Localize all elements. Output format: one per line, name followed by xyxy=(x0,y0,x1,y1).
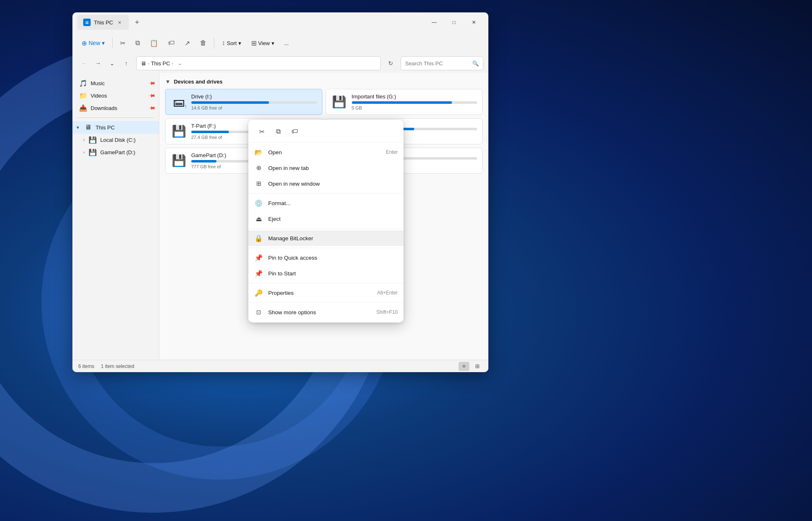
pc-icon: 🖥 xyxy=(141,60,146,67)
new-button[interactable]: ⊕ New ▾ xyxy=(77,37,109,50)
address-breadcrumb: 🖥 › This PC › xyxy=(141,60,173,67)
maximize-button[interactable]: □ xyxy=(444,16,464,29)
ctx-open-shortcut: Enter xyxy=(386,149,398,155)
sidebar-item-this-pc[interactable]: ▼ 🖥 This PC xyxy=(72,121,159,134)
address-input[interactable]: 🖥 › This PC › ⌄ xyxy=(136,56,381,70)
ctx-properties-label: Properties xyxy=(268,290,372,296)
more-button[interactable]: ... xyxy=(280,38,293,49)
tab-label: This PC xyxy=(94,19,113,26)
ctx-copy-button[interactable]: ⧉ xyxy=(271,125,286,138)
section-header: ▼ Devices and drives xyxy=(165,79,483,85)
share-button[interactable]: ↗ xyxy=(180,37,194,50)
this-pc-icon: 🖥 xyxy=(84,123,92,131)
drive-item-g[interactable]: 💾 Important files (G:) 5 GB xyxy=(326,89,483,115)
pin-icon-2: 📌 xyxy=(148,91,156,99)
search-box[interactable]: 🔍 xyxy=(401,56,483,70)
view-dropdown-arrow: ▾ xyxy=(271,40,274,46)
context-menu: ✂ ⧉ 🏷 📂 Open Enter ⊕ Open in new tab ⊞ O… xyxy=(248,120,404,323)
ctx-eject[interactable]: ⏏ Eject xyxy=(248,211,404,227)
ctx-open-win-label: Open in new window xyxy=(268,181,398,187)
context-toolbar: ✂ ⧉ 🏷 xyxy=(248,122,404,143)
ctx-bitlocker-icon: 🔒 xyxy=(254,234,263,243)
rename-icon: 🏷 xyxy=(168,39,175,47)
window-controls: — □ ✕ xyxy=(425,16,483,29)
sidebar-gamepart-label: GamePart (D:) xyxy=(100,149,135,155)
toolbar-sep-1 xyxy=(112,37,113,49)
status-view-toggles: ≡ ⊞ xyxy=(459,362,483,371)
item-count: 6 items xyxy=(78,363,94,369)
gamepart-icon: 💾 xyxy=(89,148,97,156)
list-view-button[interactable]: ≡ xyxy=(459,362,469,371)
ctx-more-options-shortcut: Shift+F10 xyxy=(376,309,398,315)
videos-icon: 📁 xyxy=(79,91,87,100)
ctx-properties[interactable]: 🔑 Properties Alt+Enter xyxy=(248,285,404,301)
copy-button[interactable]: ⧉ xyxy=(131,37,144,49)
ctx-open-win-icon: ⊞ xyxy=(254,179,263,188)
section-toggle[interactable]: ▼ xyxy=(165,79,171,85)
rename-button[interactable]: 🏷 xyxy=(164,37,179,49)
share-icon: ↗ xyxy=(185,39,190,47)
ctx-more-options-icon: ⊡ xyxy=(254,308,263,317)
drive-g-free: 5 GB xyxy=(352,105,478,110)
grid-view-button[interactable]: ⊞ xyxy=(472,362,483,371)
ctx-rename-button[interactable]: 🏷 xyxy=(287,125,302,138)
ctx-pin-start[interactable]: 📌 Pin to Start xyxy=(248,265,404,281)
sidebar-item-videos[interactable]: 📁 Videos 📌 xyxy=(72,89,159,102)
sidebar-item-gamepart-d[interactable]: › 💾 GamePart (D:) xyxy=(72,146,159,158)
drive-item-i[interactable]: 🖴 ↑ Drive (I:) 14.6 GB free of xyxy=(165,89,322,115)
ctx-show-more-options[interactable]: ⊡ Show more options Shift+F10 xyxy=(248,304,404,320)
new-tab-button[interactable]: + xyxy=(130,16,144,29)
minimize-button[interactable]: — xyxy=(425,16,444,29)
view-icon: ⊞ xyxy=(251,39,257,47)
back-button[interactable]: ← xyxy=(77,57,91,70)
sidebar-item-music[interactable]: 🎵 Music 📌 xyxy=(72,77,159,89)
new-dropdown-arrow: ▾ xyxy=(102,40,105,46)
ctx-manage-bitlocker[interactable]: 🔒 Manage BitLocker xyxy=(248,230,404,246)
drive-f-bar xyxy=(191,131,229,133)
sidebar-item-label: Videos xyxy=(91,93,107,99)
recent-locations-button[interactable]: ⌄ xyxy=(106,57,119,70)
expand-arrow-game: › xyxy=(83,150,84,155)
drive-d-icon-wrap: 💾 xyxy=(171,153,187,169)
ctx-cut-button[interactable]: ✂ xyxy=(254,125,269,138)
ctx-sep-1 xyxy=(248,193,404,194)
drive-g-icon-wrap: 💾 xyxy=(331,94,348,110)
paste-button[interactable]: 📋 xyxy=(146,37,162,50)
explorer-tab[interactable]: 🖥 This PC ✕ xyxy=(77,15,129,30)
cut-button[interactable]: ✂ xyxy=(116,37,130,50)
ctx-eject-label: Eject xyxy=(268,216,398,222)
ctx-sep-5 xyxy=(248,302,404,303)
sidebar-item-local-disk[interactable]: › 💾 Local Disk (C:) xyxy=(72,134,159,146)
forward-button[interactable]: → xyxy=(91,57,105,70)
sort-button[interactable]: ↕ Sort ▾ xyxy=(218,37,245,49)
ctx-format[interactable]: 💿 Format... xyxy=(248,195,404,211)
downloads-icon: 📥 xyxy=(79,104,87,112)
ctx-sep-4 xyxy=(248,283,404,283)
address-dropdown-arrow[interactable]: ⌄ xyxy=(176,61,184,66)
sidebar-item-label: Music xyxy=(91,80,105,86)
search-input[interactable] xyxy=(405,60,470,67)
view-button[interactable]: ⊞ View ▾ xyxy=(247,37,279,50)
drive-i-info: Drive (I:) 14.6 GB free of xyxy=(191,93,317,110)
sidebar-item-label: Downloads xyxy=(91,105,117,111)
ctx-pin-quick-access[interactable]: 📌 Pin to Quick access xyxy=(248,250,404,265)
close-button[interactable]: ✕ xyxy=(464,16,483,29)
tab-close-button[interactable]: ✕ xyxy=(116,19,123,26)
sort-label: Sort xyxy=(227,40,237,46)
ctx-open[interactable]: 📂 Open Enter xyxy=(248,144,404,160)
ctx-pin-start-icon: 📌 xyxy=(254,269,263,278)
delete-button[interactable]: 🗑 xyxy=(196,37,211,49)
refresh-button[interactable]: ↻ xyxy=(384,57,397,70)
ctx-open-new-tab[interactable]: ⊕ Open in new tab xyxy=(248,160,404,176)
tab-area: 🖥 This PC ✕ + xyxy=(77,15,425,30)
sidebar: 🎵 Music 📌 📁 Videos 📌 📥 Downloads 📌 xyxy=(72,73,159,360)
ctx-format-label: Format... xyxy=(268,200,398,206)
sidebar-local-disk-label: Local Disk (C:) xyxy=(100,137,135,143)
drive-f-icon-wrap: 💾 xyxy=(171,123,187,140)
section-title: Devices and drives xyxy=(174,79,223,85)
local-disk-icon: 💾 xyxy=(89,136,97,144)
up-button[interactable]: ↑ xyxy=(120,57,133,70)
ctx-open-label: Open xyxy=(268,149,381,155)
sidebar-item-downloads[interactable]: 📥 Downloads 📌 xyxy=(72,102,159,114)
ctx-open-new-window[interactable]: ⊞ Open in new window xyxy=(248,176,404,191)
